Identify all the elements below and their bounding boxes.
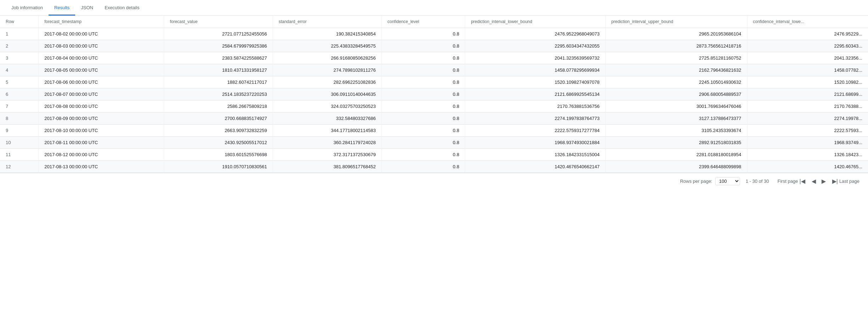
cell-forecast_value: 1810.4371331958127 — [164, 64, 273, 76]
cell-forecast_timestamp: 2017-08-10 00:00:00 UTC — [39, 125, 164, 137]
pagination-buttons: First page |◀ ◀ ▶ ▶| Last page — [775, 177, 862, 186]
table-row: 82017-08-09 00:00:00 UTC2700.66883517492… — [0, 113, 868, 125]
cell-row: 7 — [0, 100, 39, 113]
cell-standard_error: 274.7898102811276 — [273, 64, 382, 76]
cell-forecast_timestamp: 2017-08-08 00:00:00 UTC — [39, 100, 164, 113]
tab-job-information[interactable]: Job information — [6, 1, 49, 16]
table-row: 12017-08-02 00:00:00 UTC2721.07712524550… — [0, 28, 868, 40]
cell-prediction_interval_upper_bound: 2245.105014930632 — [605, 76, 747, 88]
cell-prediction_interval_upper_bound: 2873.7565612418716 — [605, 40, 747, 52]
results-table: Rowforecast_timestampforecast_valuestand… — [0, 16, 868, 173]
cell-forecast_value: 2584.6799979925386 — [164, 40, 273, 52]
prev-page-button[interactable]: ◀ — [809, 177, 818, 186]
cell-prediction_interval_upper_bound: 3105.24353393674 — [605, 125, 747, 137]
last-page-label: Last page — [839, 179, 859, 184]
cell-prediction_interval_upper_bound: 2892.912518031835 — [605, 137, 747, 149]
cell-confidence_interval_lower: 2476.95229... — [747, 28, 868, 40]
cell-prediction_interval_lower_bound: 2274.1997838764773 — [465, 113, 606, 125]
first-page-button[interactable]: First page |◀ — [775, 177, 808, 186]
cell-row: 9 — [0, 125, 39, 137]
cell-forecast_value: 2514.1835237220253 — [164, 88, 273, 100]
tab-execution-details[interactable]: Execution details — [99, 1, 145, 16]
table-row: 102017-08-11 00:00:00 UTC2430.9250055170… — [0, 137, 868, 149]
cell-confidence_level: 0.8 — [382, 113, 465, 125]
cell-standard_error: 282.6962251082836 — [273, 76, 382, 88]
cell-forecast_timestamp: 2017-08-12 00:00:00 UTC — [39, 149, 164, 161]
cell-forecast_timestamp: 2017-08-07 00:00:00 UTC — [39, 88, 164, 100]
col-header-forecast_value: forecast_value — [164, 16, 273, 28]
cell-confidence_level: 0.8 — [382, 52, 465, 64]
cell-prediction_interval_lower_bound: 1520.1098274097078 — [465, 76, 606, 88]
cell-forecast_timestamp: 2017-08-04 00:00:00 UTC — [39, 52, 164, 64]
cell-confidence_level: 0.8 — [382, 125, 465, 137]
cell-forecast_timestamp: 2017-08-03 00:00:00 UTC — [39, 40, 164, 52]
cell-forecast_timestamp: 2017-08-11 00:00:00 UTC — [39, 137, 164, 149]
cell-confidence_interval_lower: 2222.57593... — [747, 125, 868, 137]
rows-per-page-container: Rows per page: 102550100 — [680, 177, 740, 185]
cell-row: 3 — [0, 52, 39, 64]
cell-confidence_interval_lower: 1458.07782... — [747, 64, 868, 76]
prev-page-icon: ◀ — [812, 179, 816, 184]
cell-confidence_level: 0.8 — [382, 137, 465, 149]
tab-json[interactable]: JSON — [75, 1, 99, 16]
cell-forecast_value: 2700.668835174927 — [164, 113, 273, 125]
cell-confidence_level: 0.8 — [382, 76, 465, 88]
table-container: Rowforecast_timestampforecast_valuestand… — [0, 16, 868, 173]
cell-confidence_interval_lower: 2274.19978... — [747, 113, 868, 125]
cell-standard_error: 344.17718002114583 — [273, 125, 382, 137]
cell-confidence_level: 0.8 — [382, 149, 465, 161]
cell-prediction_interval_lower_bound: 2041.3235639569732 — [465, 52, 606, 64]
cell-prediction_interval_upper_bound: 2399.646488099898 — [605, 161, 747, 173]
cell-row: 10 — [0, 137, 39, 149]
col-header-confidence_interval_lower: confidence_interval_lowe... — [747, 16, 868, 28]
last-page-button[interactable]: ▶| Last page — [829, 177, 862, 186]
cell-prediction_interval_upper_bound: 2162.796436821632 — [605, 64, 747, 76]
cell-standard_error: 332.584803327686 — [273, 113, 382, 125]
cell-standard_error: 324.03275703250523 — [273, 100, 382, 113]
cell-prediction_interval_upper_bound: 2725.851281160752 — [605, 52, 747, 64]
rows-per-page-label: Rows per page: — [680, 179, 712, 184]
table-row: 72017-08-08 00:00:00 UTC2586.26675809218… — [0, 100, 868, 113]
col-header-confidence_level: confidence_level — [382, 16, 465, 28]
col-header-prediction_interval_upper_bound: prediction_interval_upper_bound — [605, 16, 747, 28]
page-info: 1 - 30 of 30 — [746, 179, 769, 184]
col-header-prediction_interval_lower_bound: prediction_interval_lower_bound — [465, 16, 606, 28]
next-page-button[interactable]: ▶ — [819, 177, 828, 186]
cell-forecast_value: 1882.60742117017 — [164, 76, 273, 88]
cell-row: 6 — [0, 88, 39, 100]
table-row: 52017-08-06 00:00:00 UTC1882.60742117017… — [0, 76, 868, 88]
pagination-bar: Rows per page: 102550100 1 - 30 of 30 Fi… — [0, 173, 868, 189]
cell-standard_error: 360.2841179724028 — [273, 137, 382, 149]
cell-forecast_timestamp: 2017-08-02 00:00:00 UTC — [39, 28, 164, 40]
cell-forecast_value: 2430.925005517012 — [164, 137, 273, 149]
cell-standard_error: 381.8096517768452 — [273, 161, 382, 173]
rows-per-page-select[interactable]: 102550100 — [715, 177, 740, 185]
last-page-icon: ▶| — [832, 179, 838, 184]
cell-confidence_interval_lower: 1968.93749... — [747, 137, 868, 149]
table-row: 122017-08-13 00:00:00 UTC1910.0570710830… — [0, 161, 868, 173]
table-row: 62017-08-07 00:00:00 UTC2514.18352372202… — [0, 88, 868, 100]
col-header-forecast_timestamp: forecast_timestamp — [39, 16, 164, 28]
cell-standard_error: 190.382415340854 — [273, 28, 382, 40]
cell-confidence_level: 0.8 — [382, 161, 465, 173]
table-row: 92017-08-10 00:00:00 UTC2663.90973283225… — [0, 125, 868, 137]
col-header-standard_error: standard_error — [273, 16, 382, 28]
cell-forecast_value: 1910.0570710830561 — [164, 161, 273, 173]
col-header-row: Row — [0, 16, 39, 28]
first-page-label: First page — [778, 179, 798, 184]
tab-results[interactable]: Results — [49, 1, 75, 16]
cell-confidence_interval_lower: 2170.76388... — [747, 100, 868, 113]
cell-confidence_interval_lower: 1420.46765... — [747, 161, 868, 173]
cell-standard_error: 225.43833284549575 — [273, 40, 382, 52]
cell-row: 8 — [0, 113, 39, 125]
cell-prediction_interval_lower_bound: 1420.4676540662147 — [465, 161, 606, 173]
cell-forecast_timestamp: 2017-08-13 00:00:00 UTC — [39, 161, 164, 173]
cell-confidence_interval_lower: 2295.60343... — [747, 40, 868, 52]
cell-forecast_timestamp: 2017-08-09 00:00:00 UTC — [39, 113, 164, 125]
cell-row: 12 — [0, 161, 39, 173]
table-header-row: Rowforecast_timestampforecast_valuestand… — [0, 16, 868, 28]
cell-confidence_level: 0.8 — [382, 40, 465, 52]
cell-row: 1 — [0, 28, 39, 40]
cell-prediction_interval_lower_bound: 2295.6034347432055 — [465, 40, 606, 52]
cell-forecast_value: 2721.0771252455056 — [164, 28, 273, 40]
